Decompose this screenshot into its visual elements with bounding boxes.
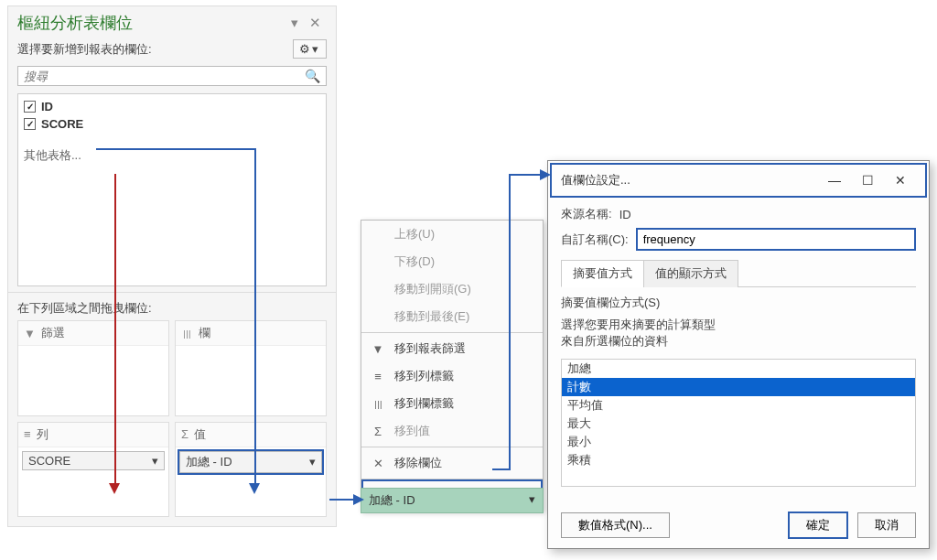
arrow-id-v xyxy=(254,148,256,485)
pivot-fields-panel: 樞紐分析表欄位 ▾ ✕ 選擇要新增到報表的欄位: ⚙ ▾ 🔍 ✓ ID ✓ SC… xyxy=(7,5,337,527)
search-input[interactable] xyxy=(24,70,305,83)
close-icon[interactable]: ✕ xyxy=(885,170,916,190)
filter-icon: ▼ xyxy=(24,327,36,340)
drop-zones: ▼篩選 ⫼欄 ≡列 SCORE ▾ Σ值 加總 - ID ▾ xyxy=(8,320,336,526)
menu-divider xyxy=(361,332,543,333)
values-context-menu: 上移(U) 下移(D) 移動到開頭(G) 移動到最後(E) ▼移到報表篩選 ≡移… xyxy=(361,220,544,512)
search-box[interactable]: 🔍 xyxy=(17,66,327,86)
ok-button[interactable]: 確定 xyxy=(788,512,848,539)
columns-icon: ⫼ xyxy=(181,327,193,340)
menu-to-filter[interactable]: ▼移到報表篩選 xyxy=(361,335,543,362)
zone-label: 篩選 xyxy=(41,325,65,341)
choose-fields-row: 選擇要新增到報表的欄位: ⚙ ▾ xyxy=(8,36,336,66)
context-menu-tail-pill[interactable]: 加總 - ID ▾ xyxy=(361,488,544,513)
menu-divider xyxy=(361,447,543,447)
arrow-ctx-to-dlg-h xyxy=(509,174,542,176)
layout-button[interactable]: ⚙ ▾ xyxy=(293,39,327,59)
sum-opt-count[interactable]: 計數 xyxy=(562,378,915,396)
zone-label: 值 xyxy=(194,426,206,443)
pill-label: SCORE xyxy=(28,454,70,468)
sum-opt-max[interactable]: 最大 xyxy=(562,415,915,433)
chevron-down-icon[interactable]: ▾ xyxy=(152,454,158,468)
field-label: ID xyxy=(41,100,53,113)
field-list[interactable]: ✓ ID ✓ SCORE 其他表格... xyxy=(17,93,327,286)
remove-icon: ✕ xyxy=(371,457,385,470)
zone-columns[interactable]: ⫼欄 xyxy=(175,320,327,416)
value-field-settings-dialog: 值欄位設定... — ☐ ✕ 來源名稱: ID 自訂名稱(C): 摘要值方式 值… xyxy=(547,160,930,549)
sigma-icon: Σ xyxy=(181,427,188,441)
zone-values[interactable]: Σ值 加總 - ID ▾ xyxy=(175,422,327,518)
columns-icon: ⫼ xyxy=(371,397,385,411)
custom-name-label: 自訂名稱(C): xyxy=(561,232,629,248)
values-pill[interactable]: 加總 - ID ▾ xyxy=(179,451,322,473)
sum-opt-min[interactable]: 最小 xyxy=(562,433,915,451)
arrow-score-to-rows xyxy=(114,174,116,485)
arrow-ctx-to-dlg-v xyxy=(509,174,511,468)
zone-label: 列 xyxy=(37,426,48,443)
pill-label: 加總 - ID xyxy=(186,454,232,470)
arrow-head-icon xyxy=(249,483,260,494)
summarize-listbox[interactable]: 加總 計數 平均值 最大 最小 乘積 xyxy=(561,359,916,487)
menu-to-values: Σ移到值 xyxy=(361,417,543,445)
search-icon: 🔍 xyxy=(305,69,320,83)
dialog-title: 值欄位設定... xyxy=(561,172,817,188)
custom-name-input[interactable] xyxy=(636,228,916,251)
maximize-icon[interactable]: ☐ xyxy=(852,170,883,190)
drag-areas-label: 在下列區域之間拖曳欄位: xyxy=(8,292,336,320)
zone-rows[interactable]: ≡列 SCORE ▾ xyxy=(17,422,169,518)
menu-move-up: 上移(U) xyxy=(361,221,543,248)
sum-opt-avg[interactable]: 平均值 xyxy=(562,396,915,415)
rows-icon: ≡ xyxy=(371,370,385,383)
menu-to-cols[interactable]: ⫼移到欄標籤 xyxy=(361,390,543,417)
summarize-desc2: 來自所選欄位的資料 xyxy=(561,333,916,350)
summarize-head: 摘要值欄位方式(S) xyxy=(561,287,916,311)
summarize-desc1: 選擇您要用來摘要的計算類型 xyxy=(561,311,916,333)
arrow-head-icon xyxy=(109,483,120,494)
field-label: SCORE xyxy=(41,117,83,131)
menu-remove-field[interactable]: ✕移除欄位 xyxy=(361,449,543,477)
rows-pill[interactable]: SCORE ▾ xyxy=(22,451,165,470)
source-name-value: ID xyxy=(619,208,631,221)
source-name-label: 來源名稱: xyxy=(561,206,612,222)
arrow-head-icon xyxy=(353,494,364,505)
zone-filter[interactable]: ▼篩選 xyxy=(17,320,169,416)
dropdown-icon[interactable]: ▾ xyxy=(285,15,304,31)
dialog-titlebar[interactable]: 值欄位設定... — ☐ ✕ xyxy=(552,165,925,196)
sum-opt-sum[interactable]: 加總 xyxy=(562,360,915,378)
sum-opt-prod[interactable]: 乘積 xyxy=(562,451,915,469)
arrow-head-icon xyxy=(540,169,551,180)
field-id[interactable]: ✓ ID xyxy=(24,98,320,115)
chevron-down-icon: ▾ xyxy=(312,42,318,56)
menu-move-begin: 移動到開頭(G) xyxy=(361,275,543,303)
pill-label: 加總 - ID xyxy=(369,492,415,509)
cancel-button[interactable]: 取消 xyxy=(857,512,916,538)
dialog-tabs: 摘要值方式 值的顯示方式 xyxy=(561,259,916,287)
minimize-icon[interactable]: — xyxy=(819,170,850,190)
menu-divider xyxy=(361,479,543,479)
sigma-icon: Σ xyxy=(371,425,385,438)
arrow-values-to-ctx xyxy=(329,499,355,501)
close-icon[interactable]: ✕ xyxy=(304,15,327,31)
rows-icon: ≡ xyxy=(24,427,31,441)
checkbox-checked-icon[interactable]: ✓ xyxy=(24,118,36,130)
menu-move-down: 下移(D) xyxy=(361,248,543,275)
panel-title: 樞紐分析表欄位 xyxy=(17,12,285,34)
gear-icon: ⚙ xyxy=(299,42,310,56)
zone-label: 欄 xyxy=(199,325,210,341)
dialog-footer: 數值格式(N)... 確定 取消 xyxy=(548,502,929,548)
arrow-ctx-stub xyxy=(492,468,511,470)
panel-header: 樞紐分析表欄位 ▾ ✕ xyxy=(8,6,336,36)
number-format-button[interactable]: 數值格式(N)... xyxy=(561,512,670,538)
arrow-id-h xyxy=(96,148,256,150)
choose-fields-label: 選擇要新增到報表的欄位: xyxy=(17,41,293,58)
search-row: 🔍 xyxy=(8,66,336,93)
field-score[interactable]: ✓ SCORE xyxy=(24,115,320,133)
chevron-down-icon[interactable]: ▾ xyxy=(309,455,316,468)
menu-move-end: 移動到最後(E) xyxy=(361,303,543,330)
dialog-body: 來源名稱: ID 自訂名稱(C): 摘要值方式 值的顯示方式 摘要值欄位方式(S… xyxy=(548,199,929,502)
menu-to-rows[interactable]: ≡移到列標籤 xyxy=(361,362,543,390)
tab-summarize[interactable]: 摘要值方式 xyxy=(561,260,644,287)
tab-show-as[interactable]: 值的顯示方式 xyxy=(643,260,738,287)
checkbox-checked-icon[interactable]: ✓ xyxy=(24,101,36,113)
chevron-down-icon: ▾ xyxy=(529,492,535,509)
